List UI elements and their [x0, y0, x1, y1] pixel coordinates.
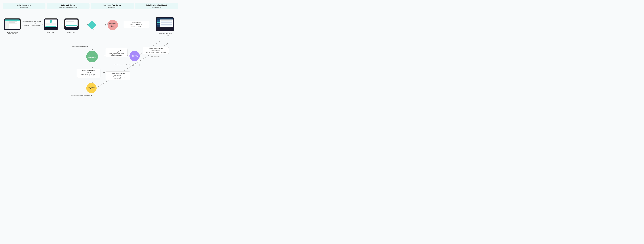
server-name-auth: Salla Auth Server	[49, 4, 87, 6]
server-box-apps-store: Salla Apps Store apps.salla.sa	[2, 3, 46, 10]
access-token-response-easy-params: "access_token", "expires","refresh_token…	[107, 74, 129, 79]
server-url-developer: yourapp.com	[94, 6, 131, 8]
server-url-apps-store: apps.salla.sa	[5, 6, 43, 8]
auth-token-url: accounts.salla.sa/oauth2/token	[72, 46, 88, 47]
access-token-request-easy-box: Access Token Request "client_id", "clien…	[77, 69, 100, 78]
server-box-developer: Developer App Server yourapp.com	[91, 3, 134, 10]
server-name-developer: Developer App Server	[94, 4, 131, 6]
merchant-dashboard-label: Merchant Dasboard	[156, 33, 174, 34]
url-oauth: https://accounts.salla.sa/oauth2/auth	[22, 21, 41, 22]
scope-screen	[66, 20, 78, 27]
url-install: https://s.salla.sa/apps/install/{app-id}	[22, 25, 41, 26]
diamond-decision	[88, 20, 97, 30]
scope-label: Scope Page	[64, 31, 78, 33]
salla-callback-label: Salla Callback Page	[86, 86, 96, 90]
optional-label: — Optional —	[151, 56, 160, 57]
app-not-installed-text: App is not installed Callback is sent wi…	[130, 22, 143, 27]
server-name-merchant: Salla Merchant Dashboard	[138, 4, 175, 6]
not-given-label: Store Access Request Not Given	[108, 23, 118, 27]
custom-mode-label: Custom Mode	[112, 54, 120, 56]
access-token-response-custom-box: Access Token Respose "access_token", "ex…	[143, 47, 169, 54]
given-node: Store Access Request Given	[86, 51, 98, 62]
diagram-container: Salla Apps Store apps.salla.sa Salla Aut…	[0, 0, 180, 106]
merchant-label: Merchant Installs Developer's App	[4, 31, 20, 35]
server-url-merchant: s.salla.sa/apps	[138, 6, 175, 8]
callback-url-text: https://yourapp.com/callback?code={code-…	[115, 64, 140, 66]
login-device	[44, 19, 58, 30]
callback-label: Developer Callback Page	[130, 54, 140, 58]
flow-area: https://accounts.salla.sa/oauth2/auth OR…	[2, 13, 178, 104]
scope-device	[64, 19, 78, 30]
access-token-response-easy-title: Access Token Respose	[107, 72, 129, 74]
server-name-apps-store: Salla Apps Store	[5, 4, 43, 6]
salla-callback-node: Salla Callback Page	[86, 83, 96, 93]
dashboard-screen	[157, 18, 173, 27]
yes-label: Yes	[93, 29, 95, 30]
login-screen	[45, 20, 57, 27]
merchant-screen	[5, 20, 20, 29]
callback-node: Developer Callback Page	[130, 51, 140, 61]
dashboard-device	[156, 17, 174, 31]
access-token-response-custom-params: "access_token", "expires","refresh_token…	[144, 50, 167, 53]
merchant-device	[4, 19, 20, 30]
access-token-request-easy-params: "client_id", "client_secret","grant_type…	[78, 72, 99, 77]
or-text: OR	[34, 23, 36, 25]
access-token-request-custom-title: Access Token Request	[107, 49, 126, 51]
given-label: Store Access Request Given	[86, 54, 98, 59]
app-not-installed-box: App is not installed Callback is sent wi…	[124, 21, 150, 28]
server-url-auth: accounts.salla.sa/oauth2/auth	[49, 6, 87, 8]
server-headers: Salla Apps Store apps.salla.sa Salla Aut…	[2, 3, 178, 10]
access-token-response-easy-box: Access Token Respose "access_token", "ex…	[106, 71, 130, 80]
login-label: Log in Page	[43, 31, 58, 33]
server-box-auth: Salla Auth Server accounts.salla.sa/oaut…	[47, 3, 90, 10]
access-token-request-easy-title: Access Token Request	[78, 70, 99, 71]
server-box-merchant: Salla Merchant Dashboard s.salla.sa/apps	[135, 3, 178, 10]
not-given-node: Store Access Request Not Given	[108, 20, 118, 30]
access-token-response-custom-title: Access Token Respose	[144, 48, 167, 49]
salla-callback-url: https://accounts.salla.sa/callback/{app-…	[71, 95, 92, 96]
